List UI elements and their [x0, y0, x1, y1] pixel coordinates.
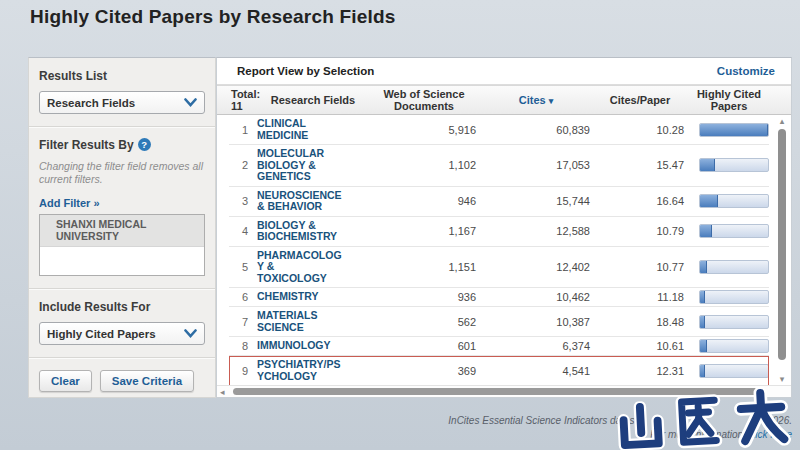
table-row[interactable]: 3NEUROSCIENCE & BEHAVIOR94615,74416.64 — [229, 187, 769, 217]
bar-track — [699, 364, 769, 378]
row-docs-value: 562 — [369, 316, 479, 328]
vertical-scrollbar[interactable]: ▴ ▾ — [775, 116, 789, 384]
table-row[interactable]: 2MOLECULAR BIOLOGY & GENETICS1,10217,053… — [229, 145, 769, 187]
scroll-up-icon[interactable]: ▴ — [775, 116, 789, 126]
add-filter-link[interactable]: Add Filter » — [39, 197, 100, 209]
filter-results-label-text: Filter Results By — [39, 138, 134, 152]
include-results-select[interactable]: Highly Cited Papers — [39, 322, 205, 345]
row-docs-value: 5,916 — [369, 124, 479, 136]
row-docs-value: 1,102 — [369, 159, 479, 171]
table-row[interactable]: 9PSYCHIATRY/PS YCHOLOGY3694,54112.31 — [229, 356, 769, 385]
row-cites-per-paper-value: 10.61 — [593, 340, 687, 352]
row-rank: 3 — [229, 195, 257, 207]
footer-line1-left: InCites Essential Science Indicators dat… — [448, 415, 634, 426]
row-cites-per-paper-value: 15.47 — [593, 159, 687, 171]
footer-note: InCites Essential Science Indicators dat… — [448, 414, 792, 442]
row-docs-value: 1,167 — [369, 225, 479, 237]
filter-selected-option[interactable]: SHANXI MEDICAL UNIVERSITY — [40, 215, 204, 247]
customize-link[interactable]: Customize — [717, 65, 775, 77]
row-docs-value: 369 — [369, 365, 479, 377]
row-rank: 1 — [229, 124, 257, 136]
row-field-link[interactable]: PHARMACOLOG Y & TOXICOLOGY — [257, 249, 369, 286]
row-rank: 8 — [229, 340, 257, 352]
table-row[interactable]: 4BIOLOGY & BIOCHEMISTRY1,16712,58810.79 — [229, 217, 769, 247]
click-here-link[interactable]: Click Here — [746, 429, 792, 440]
row-field-link[interactable]: CLINICAL MEDICINE — [257, 117, 369, 142]
row-cites-value: 6,374 — [479, 340, 593, 352]
row-cites-value: 12,402 — [479, 261, 593, 273]
bar-track — [699, 315, 769, 329]
row-highly-cited-bar — [687, 123, 771, 137]
question-mark-icon[interactable]: ? — [138, 138, 151, 151]
bar-track — [699, 158, 769, 172]
row-rank: 6 — [229, 291, 257, 303]
row-highly-cited-bar — [687, 260, 771, 274]
row-rank: 7 — [229, 316, 257, 328]
bar-fill — [700, 261, 707, 273]
bar-fill — [700, 316, 705, 328]
row-highly-cited-bar — [687, 339, 771, 353]
total-label: Total: — [231, 88, 260, 100]
row-rank: 4 — [229, 225, 257, 237]
report-header-bar: Report View by Selection Customize — [217, 58, 791, 85]
table-row[interactable]: 1CLINICAL MEDICINE5,91660,83910.28 — [229, 115, 769, 145]
row-highly-cited-bar — [687, 158, 771, 172]
chevron-down-icon — [184, 329, 197, 338]
page-title: Highly Cited Papers by Research Fields — [30, 6, 396, 28]
scroll-down-icon[interactable]: ▾ — [775, 374, 789, 384]
vertical-scroll-thumb[interactable] — [778, 129, 786, 360]
row-field-link[interactable]: IMMUNOLOGY — [257, 339, 369, 353]
results-list-select[interactable]: Research Fields — [39, 91, 205, 114]
bar-fill — [700, 159, 715, 171]
scroll-left-icon[interactable]: ◂ — [220, 387, 225, 397]
results-list-section: Results List Research Fields — [29, 58, 215, 126]
filter-listbox[interactable]: SHANXI MEDICAL UNIVERSITY — [39, 214, 205, 276]
row-rank: 2 — [229, 159, 257, 171]
row-cites-value: 10,462 — [479, 291, 593, 303]
save-criteria-button[interactable]: Save Criteria — [100, 370, 194, 392]
bar-fill — [700, 225, 712, 237]
include-results-section: Include Results For Highly Cited Papers — [29, 288, 215, 357]
row-cites-per-paper-value: 12.31 — [593, 365, 687, 377]
row-docs-value: 1,151 — [369, 261, 479, 273]
sort-desc-icon: ▾ — [549, 96, 554, 106]
bar-fill — [700, 340, 707, 352]
row-cites-per-paper-value: 10.79 — [593, 225, 687, 237]
row-field-link[interactable]: NEUROSCIENCE & BEHAVIOR — [257, 189, 369, 214]
row-highly-cited-bar — [687, 364, 771, 378]
row-field-link[interactable]: BIOLOGY & BIOCHEMISTRY — [257, 219, 369, 244]
row-cites-per-paper-value: 18.48 — [593, 316, 687, 328]
table-row[interactable]: 5PHARMACOLOG Y & TOXICOLOGY1,15112,40210… — [229, 247, 769, 289]
horizontal-scrollbar[interactable]: ◂ — [217, 385, 791, 397]
row-field-link[interactable]: MOLECULAR BIOLOGY & GENETICS — [257, 147, 369, 184]
row-rank: 9 — [229, 365, 257, 377]
total-value: 11 — [231, 100, 243, 112]
row-cites-per-paper-value: 10.28 — [593, 124, 687, 136]
row-cites-per-paper-value: 16.64 — [593, 195, 687, 207]
include-results-selected-value: Highly Cited Papers — [47, 328, 156, 340]
bar-fill — [700, 195, 718, 207]
table-rows: 1CLINICAL MEDICINE5,91660,83910.282MOLEC… — [217, 115, 791, 385]
row-field-link[interactable]: CHEMISTRY — [257, 290, 369, 304]
row-cites-value: 12,588 — [479, 225, 593, 237]
bar-track — [699, 339, 769, 353]
table-row[interactable]: 8IMMUNOLOGY6016,37410.61 — [229, 337, 769, 356]
horizontal-scroll-thumb[interactable] — [233, 388, 765, 395]
table-row[interactable]: 7MATERIALS SCIENCE56210,38718.48 — [229, 307, 769, 337]
row-rank: 5 — [229, 261, 257, 273]
bar-track — [699, 194, 769, 208]
row-cites-value: 10,387 — [479, 316, 593, 328]
results-list-label: Results List — [39, 69, 205, 83]
table-row[interactable]: 6CHEMISTRY93610,46211.18 — [229, 288, 769, 307]
column-header-cites-per-paper: Cites/Paper — [593, 94, 687, 106]
row-highly-cited-bar — [687, 315, 771, 329]
filter-section: Filter Results By? Changing the filter f… — [29, 126, 215, 288]
clear-button[interactable]: Clear — [39, 370, 92, 392]
filter-sidebar: Results List Research Fields Filter Resu… — [28, 57, 216, 398]
row-docs-value: 946 — [369, 195, 479, 207]
footer-line2: For more information Click Here — [448, 428, 792, 442]
column-header-cites-sort[interactable]: Cites ▾ — [479, 94, 593, 107]
row-field-link[interactable]: PSYCHIATRY/PS YCHOLOGY — [257, 358, 369, 383]
row-field-link[interactable]: MATERIALS SCIENCE — [257, 309, 369, 334]
filter-results-label: Filter Results By? — [39, 138, 205, 152]
